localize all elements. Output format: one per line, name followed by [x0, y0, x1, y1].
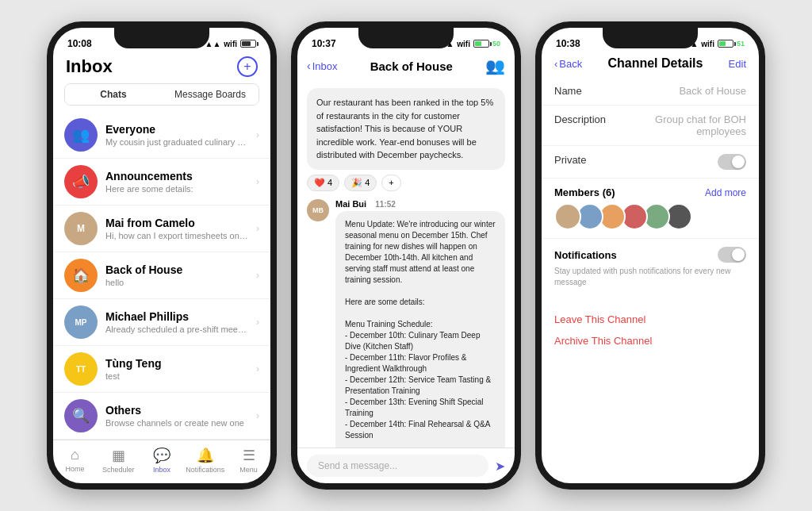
nav-notifications[interactable]: 🔔 Notifications [183, 447, 227, 474]
chat-text-others: Others Browse channels or create new one [105, 404, 248, 428]
bottom-nav-1: ⌂ Home ▦ Scheduler 💬 Inbox 🔔 Notificatio… [53, 440, 270, 483]
avatar-everyone: 👥 [64, 118, 98, 152]
archive-channel-button[interactable]: Archive This Channel [542, 335, 759, 356]
chat-name-announcements: Announcements [105, 170, 248, 182]
notifications-row: Notifications Stay updated with push not… [542, 238, 759, 296]
tab-switcher: Chats Message Boards [64, 83, 259, 106]
battery-label-3: 51 [737, 40, 745, 48]
chat-item-announcements[interactable]: 📣 Announcements Here are some details: › [53, 159, 270, 206]
phone-chat: 10:37 ▲▲ wifi 50 ‹ Inbox Back of House 👥… [291, 21, 521, 490]
nav-menu-label: Menu [239, 466, 258, 474]
time-2: 10:37 [312, 38, 336, 49]
msg-2-container: MB Mai Bui 11:52 Menu Update: We're intr… [307, 199, 505, 448]
notifications-toggle[interactable] [718, 247, 746, 263]
wifi-icon-3: wifi [701, 40, 714, 48]
msg-text-1: Our restaurant has been ranked in the to… [307, 88, 505, 170]
chat-item-boh[interactable]: 🏠 Back of House hello › [53, 252, 270, 299]
private-toggle[interactable] [718, 154, 746, 170]
chat-preview-tung: test [105, 371, 248, 381]
nav-scheduler-label: Scheduler [102, 466, 135, 474]
back-label: Back [559, 58, 582, 70]
nav-scheduler[interactable]: ▦ Scheduler [97, 447, 140, 474]
member-1 [554, 203, 581, 230]
nav-menu[interactable]: ☰ Menu [227, 447, 270, 474]
chat-name-mai: Mai from Camelo [105, 217, 248, 229]
chat-preview-mai: Hi, how can I export timesheets on the .… [105, 231, 248, 240]
chat-item-michael[interactable]: MP Michael Phillips Already scheduled a … [53, 299, 270, 346]
status-bar-2: 10:37 ▲▲ wifi 50 [297, 28, 515, 53]
chat-header: ‹ Inbox Back of House 👥 [297, 53, 515, 82]
signal-icon: ▲▲ [205, 40, 221, 48]
party-count: 4 [365, 178, 370, 187]
party-emoji: 🎉 [351, 178, 362, 188]
chat-preview-others: Browse channels or create new one [105, 418, 248, 428]
status-bar-3: 10:38 ▲▲ wifi 51 [542, 28, 759, 53]
heart-emoji: ❤️ [314, 178, 325, 188]
description-row: Description Group chat for BOH employees [542, 106, 759, 146]
battery-icon-2 [473, 40, 489, 48]
add-inbox-button[interactable]: + [237, 56, 258, 77]
signal-icon-2: ▲▲ [439, 40, 454, 48]
avatar-boh: 🏠 [64, 259, 98, 292]
back-chevron-icon: ‹ [307, 60, 311, 72]
reaction-heart[interactable]: ❤️ 4 [307, 175, 339, 191]
status-icons-1: ▲▲ wifi [205, 40, 256, 48]
chat-text-michael: Michael Phillips Already scheduled a pre… [105, 310, 248, 334]
members-icon[interactable]: 👥 [485, 56, 505, 75]
back-inbox-label: Inbox [312, 60, 338, 72]
back-button[interactable]: ‹ Back [554, 58, 582, 70]
nav-inbox-label: Inbox [153, 466, 170, 474]
chat-item-everyone[interactable]: 👥 Everyone My cousin just graduated culi… [53, 112, 270, 159]
battery-icon-3 [718, 40, 733, 48]
battery-label-2: 50 [492, 40, 500, 48]
status-icons-3: ▲▲ wifi 51 [683, 40, 745, 48]
time-1: 10:08 [67, 38, 92, 49]
message-input[interactable]: Send a message... [307, 455, 488, 477]
wifi-icon-2: wifi [457, 40, 470, 48]
chevron-others: › [256, 410, 259, 421]
nav-inbox[interactable]: 💬 Inbox [140, 447, 184, 474]
chat-item-others[interactable]: 🔍 Others Browse channels or create new o… [53, 393, 270, 440]
edit-button[interactable]: Edit [729, 58, 746, 70]
phone-inbox: 10:08 ▲▲ wifi Inbox + Chats Message Boar… [47, 21, 277, 490]
menu-icon: ☰ [243, 447, 255, 464]
inbox-header: Inbox + [53, 53, 270, 83]
leave-section: Leave This Channel Archive This Channel [542, 304, 759, 356]
notifications-description: Stay updated with push notifications for… [554, 266, 746, 288]
private-label: Private [554, 154, 626, 166]
nav-notifications-label: Notifications [186, 466, 224, 474]
nav-home[interactable]: ⌂ Home [53, 447, 97, 474]
reaction-party[interactable]: 🎉 4 [344, 175, 377, 191]
chevron-announcements: › [256, 176, 259, 187]
chat-preview-announcements: Here are some details: [105, 184, 248, 194]
home-icon: ⌂ [71, 447, 79, 463]
chat-text-tung: Tùng Teng test [105, 357, 248, 381]
tab-message-boards[interactable]: Message Boards [162, 84, 259, 105]
chat-list: 👥 Everyone My cousin just graduated culi… [53, 112, 270, 440]
send-button[interactable]: ➤ [495, 459, 505, 474]
name-value: Back of House [626, 85, 746, 97]
mai-avatar: MB [307, 199, 329, 221]
member-avatars [542, 203, 759, 238]
chat-item-tung[interactable]: TT Tùng Teng test › [53, 346, 270, 393]
back-to-inbox[interactable]: ‹ Inbox [307, 60, 337, 72]
avatar-others: 🔍 [64, 399, 98, 432]
inbox-icon: 💬 [153, 447, 170, 464]
add-more-button[interactable]: Add more [705, 187, 746, 198]
chevron-everyone: › [256, 129, 259, 140]
leave-channel-button[interactable]: Leave This Channel [542, 304, 759, 335]
chat-preview-everyone: My cousin just graduated culinary schoo.… [105, 137, 248, 147]
chevron-mai: › [256, 223, 259, 234]
phone-details: 10:38 ▲▲ wifi 51 ‹ Back Channel Details … [535, 21, 765, 490]
chat-item-mai[interactable]: M Mai from Camelo Hi, how can I export t… [53, 206, 270, 252]
back-chevron-icon-3: ‹ [554, 58, 557, 70]
status-bar-1: 10:08 ▲▲ wifi [53, 28, 270, 53]
tab-chats[interactable]: Chats [65, 84, 162, 105]
name-label: Name [554, 85, 626, 97]
msg-text-2: Menu Update: We're introducing our winte… [335, 211, 505, 448]
desc-label: Description [554, 113, 626, 125]
chat-text-mai: Mai from Camelo Hi, how can I export tim… [105, 217, 248, 240]
add-reaction-1[interactable]: + [381, 175, 400, 191]
msg-2-body: Mai Bui 11:52 Menu Update: We're introdu… [335, 199, 505, 448]
scheduler-icon: ▦ [112, 447, 125, 464]
